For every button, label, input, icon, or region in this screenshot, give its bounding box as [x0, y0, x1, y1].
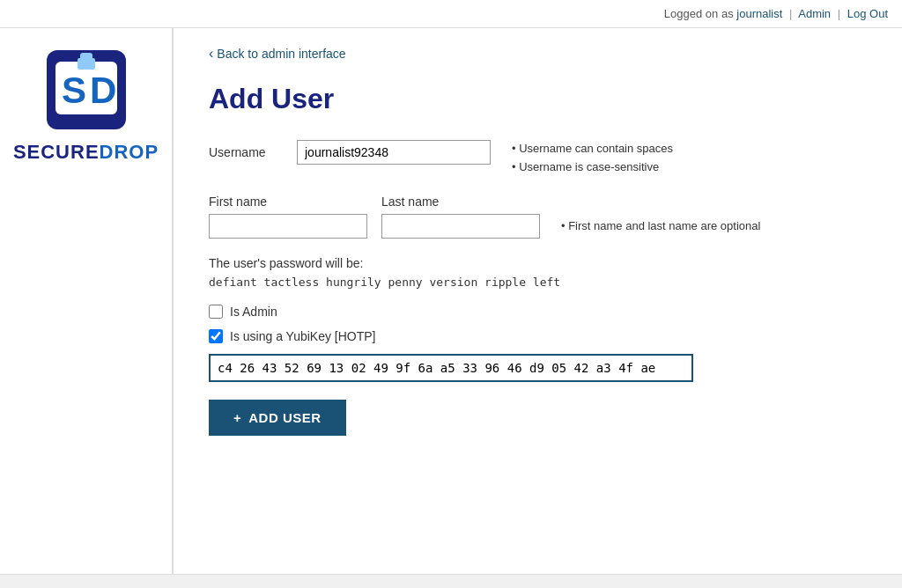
yubikey-row: Is using a YubiKey [HOTP]	[209, 329, 867, 343]
is-admin-checkbox[interactable]	[209, 305, 223, 319]
sidebar: S D SECUREDROP	[0, 28, 173, 574]
separator-2: |	[838, 7, 840, 20]
yubikey-input[interactable]	[209, 354, 693, 382]
username-row: Username Username can contain spaces Use…	[209, 140, 867, 177]
page-title: Add User	[209, 83, 867, 115]
svg-text:S: S	[62, 70, 86, 111]
lastname-input[interactable]	[381, 214, 540, 239]
footer: Powered by SecureDrop 2.5.0.	[0, 574, 902, 588]
logout-link[interactable]: Log Out	[847, 7, 888, 20]
username-input[interactable]	[297, 140, 491, 165]
separator-1: |	[789, 7, 792, 20]
name-hint: • First name and last name are optional	[561, 195, 760, 232]
yubikey-label[interactable]: Is using a YubiKey [HOTP]	[230, 329, 376, 343]
securedrop-logo-icon: S D	[42, 46, 130, 134]
username-link[interactable]: journalist	[736, 7, 782, 20]
add-user-button[interactable]: + ADD USER	[209, 400, 346, 436]
username-hints: Username can contain spaces Username is …	[512, 140, 673, 177]
yubikey-checkbox[interactable]	[209, 329, 223, 343]
svg-rect-5	[78, 58, 95, 70]
logo-container: S D SECUREDROP	[13, 46, 159, 164]
brand-drop: DROP	[100, 141, 159, 163]
password-section: The user's password will be: defiant tac…	[209, 256, 867, 289]
main-content: ‹ Back to admin interface Add User Usern…	[173, 28, 902, 574]
is-admin-label[interactable]: Is Admin	[230, 305, 277, 319]
admin-link[interactable]: Admin	[798, 7, 831, 20]
is-admin-row: Is Admin	[209, 305, 867, 319]
password-intro: The user's password will be:	[209, 256, 867, 270]
top-bar: Logged on as journalist | Admin | Log Ou…	[0, 0, 902, 28]
name-fields-row: First name Last name • First name and la…	[209, 195, 867, 239]
brand-secure: SECURE	[13, 141, 100, 163]
password-value: defiant tactless hungrily penny version …	[209, 276, 867, 289]
add-user-icon: +	[233, 410, 241, 425]
logged-on-as-text: Logged on as	[664, 7, 734, 20]
back-link-label: Back to admin interface	[217, 47, 345, 61]
back-to-admin-link[interactable]: ‹ Back to admin interface	[209, 46, 346, 62]
firstname-group: First name	[209, 195, 367, 239]
add-user-label: ADD USER	[248, 410, 321, 425]
username-hint-1: Username can contain spaces	[512, 140, 673, 158]
firstname-label: First name	[209, 195, 367, 209]
name-hint-text: First name and last name are optional	[568, 219, 760, 232]
name-hint-bullet: •	[561, 219, 568, 232]
brand-name: SECUREDROP	[13, 141, 159, 164]
username-hint-2: Username is case-sensitive	[512, 158, 673, 177]
layout: S D SECUREDROP ‹ Back to admin interface…	[0, 28, 902, 574]
svg-text:D: D	[90, 70, 116, 111]
lastname-label: Last name	[381, 195, 540, 209]
lastname-group: Last name	[381, 195, 540, 239]
back-chevron-icon: ‹	[209, 46, 213, 62]
firstname-input[interactable]	[209, 214, 367, 239]
username-label: Username	[209, 140, 297, 159]
